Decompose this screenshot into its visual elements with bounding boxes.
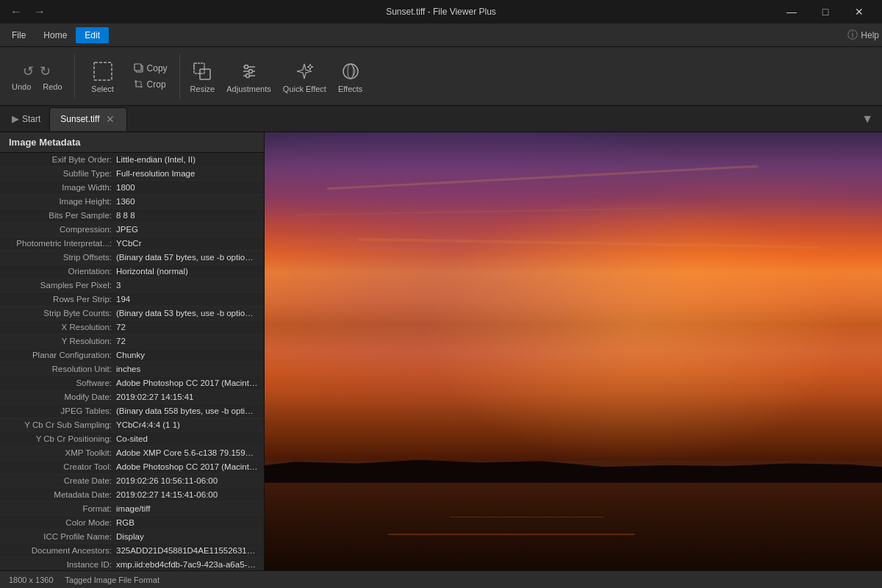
help-label: Help bbox=[861, 30, 879, 40]
crop-button[interactable]: Crop bbox=[128, 76, 173, 93]
meta-value: Adobe Photoshop CC 2017 (Macintosh) bbox=[116, 462, 258, 471]
metadata-row: Y Resolution:72 bbox=[0, 334, 264, 348]
divider-1 bbox=[74, 54, 75, 98]
quick-effect-label: Quick Effect bbox=[283, 85, 326, 93]
metadata-row: Rows Per Strip:194 bbox=[0, 293, 264, 306]
meta-key: X Resolution: bbox=[6, 323, 116, 331]
statusbar: 1800 x 1360 Tagged Image File Format bbox=[0, 570, 882, 588]
metadata-row: Planar Configuration:Chunky bbox=[0, 348, 264, 362]
meta-value: Co-sited bbox=[116, 434, 258, 443]
meta-value: RGB bbox=[116, 518, 258, 527]
undo-button[interactable]: ↺ bbox=[21, 62, 35, 81]
svg-rect-4 bbox=[200, 69, 210, 79]
svg-point-11 bbox=[245, 74, 249, 77]
forward-button[interactable]: → bbox=[29, 4, 50, 20]
metadata-row: Create Date:2019:02:26 10:56:11-06:00 bbox=[0, 474, 264, 488]
resize-group[interactable]: Resize bbox=[186, 50, 220, 103]
menu-file[interactable]: File bbox=[3, 27, 35, 43]
meta-key: Image Width: bbox=[6, 183, 116, 192]
metadata-content[interactable]: Exif Byte Order:Little-endian (Intel, II… bbox=[0, 153, 264, 570]
main-area: Image Metadata Exif Byte Order:Little-en… bbox=[0, 132, 882, 570]
adjustments-group[interactable]: Adjustments bbox=[222, 50, 276, 103]
menu-edit[interactable]: Edit bbox=[76, 27, 109, 43]
start-tab-label: Start bbox=[22, 114, 40, 124]
meta-value: Display bbox=[116, 532, 258, 541]
meta-key: ICC Profile Name: bbox=[6, 532, 116, 541]
undo-redo-group: ↺ ↻ Undo Redo bbox=[6, 59, 68, 94]
metadata-panel: Image Metadata Exif Byte Order:Little-en… bbox=[0, 132, 265, 570]
meta-value: JPEG bbox=[116, 225, 258, 234]
sunset-image bbox=[265, 132, 882, 570]
metadata-row: Y Cb Cr Positioning:Co-sited bbox=[0, 432, 264, 446]
metadata-row: X Resolution:72 bbox=[0, 320, 264, 334]
minimize-button[interactable]: — bbox=[775, 0, 808, 24]
metadata-row: Strip Offsets:(Binary data 57 bytes, use… bbox=[0, 251, 264, 265]
meta-value: xmp.iid:ebd4cfdb-7ac9-423a-a6a5-eea... bbox=[116, 560, 258, 569]
meta-key: Creator Tool: bbox=[6, 462, 116, 471]
metadata-row: Photometric Interpretat...:YCbCr bbox=[0, 237, 264, 251]
svg-point-7 bbox=[244, 65, 248, 68]
crop-label: Crop bbox=[147, 79, 166, 90]
metadata-row: Format:image/tiff bbox=[0, 502, 264, 516]
resize-icon bbox=[190, 60, 214, 83]
tab-file[interactable]: Sunset.tiff ✕ bbox=[49, 107, 126, 131]
metadata-row: Subfile Type:Full-resolution Image bbox=[0, 167, 264, 181]
metadata-row: Modify Date:2019:02:27 14:15:41 bbox=[0, 390, 264, 404]
meta-value: 1360 bbox=[116, 197, 258, 206]
image-area bbox=[265, 132, 882, 570]
menubar: File Home Edit ⓘ Help bbox=[0, 24, 882, 47]
tab-dropdown-button[interactable]: ▼ bbox=[856, 112, 879, 126]
select-group[interactable]: Select bbox=[81, 50, 125, 103]
copy-crop-group: Copy Crop bbox=[128, 50, 173, 103]
meta-value: 72 bbox=[116, 323, 258, 331]
quick-effect-group[interactable]: Quick Effect bbox=[279, 50, 331, 103]
meta-value: 325ADD21D45881D4AE115526315F8A86 bbox=[116, 546, 258, 555]
meta-key: Photometric Interpretat...: bbox=[6, 239, 116, 248]
meta-key: Modify Date: bbox=[6, 392, 116, 401]
meta-key: Metadata Date: bbox=[6, 490, 116, 499]
meta-value: 2019:02:27 14:15:41-06:00 bbox=[116, 490, 258, 499]
effects-group[interactable]: Effects bbox=[334, 50, 367, 103]
metadata-row: Y Cb Cr Sub Sampling:YCbCr4:4:4 (1 1) bbox=[0, 418, 264, 432]
metadata-row: Metadata Date:2019:02:27 14:15:41-06:00 bbox=[0, 488, 264, 502]
meta-key: Format: bbox=[6, 504, 116, 513]
svg-rect-0 bbox=[94, 62, 112, 80]
meta-value: 194 bbox=[116, 295, 258, 304]
meta-value: (Binary data 53 bytes, use -b option t..… bbox=[116, 309, 258, 318]
meta-value: Adobe XMP Core 5.6-c138 79.159824, ... bbox=[116, 448, 258, 457]
copy-button[interactable]: Copy bbox=[128, 60, 173, 76]
meta-value: Little-endian (Intel, II) bbox=[116, 155, 258, 164]
metadata-row: Software:Adobe Photoshop CC 2017 (Macint… bbox=[0, 376, 264, 390]
meta-value: YCbCr4:4:4 (1 1) bbox=[116, 420, 258, 429]
meta-value: (Binary data 558 bytes, use -b option t.… bbox=[116, 406, 258, 415]
metadata-row: Instance ID:xmp.iid:ebd4cfdb-7ac9-423a-a… bbox=[0, 558, 264, 570]
window-controls: — □ ✕ bbox=[775, 0, 876, 24]
metadata-row: Document Ancestors:325ADD21D45881D4AE115… bbox=[0, 544, 264, 558]
meta-value: Horizontal (normal) bbox=[116, 267, 258, 276]
menu-home[interactable]: Home bbox=[35, 27, 76, 43]
svg-rect-12 bbox=[343, 64, 358, 79]
metadata-row: Bits Per Sample:8 8 8 bbox=[0, 209, 264, 223]
select-icon bbox=[91, 60, 115, 83]
metadata-row: Compression:JPEG bbox=[0, 223, 264, 237]
effects-label: Effects bbox=[338, 85, 362, 93]
meta-value: Chunky bbox=[116, 351, 258, 359]
back-button[interactable]: ← bbox=[6, 4, 26, 20]
tabbar: ▶ Start Sunset.tiff ✕ ▼ bbox=[0, 106, 882, 132]
redo-button[interactable]: ↻ bbox=[38, 62, 52, 81]
meta-key: Compression: bbox=[6, 225, 116, 234]
maximize-button[interactable]: □ bbox=[808, 0, 842, 24]
meta-key: Bits Per Sample: bbox=[6, 211, 116, 220]
meta-value: Full-resolution Image bbox=[116, 169, 258, 178]
metadata-row: Strip Byte Counts:(Binary data 53 bytes,… bbox=[0, 306, 264, 320]
nav-arrows: ← → bbox=[6, 4, 50, 20]
resize-label: Resize bbox=[190, 85, 215, 93]
meta-key: JPEG Tables: bbox=[6, 406, 116, 415]
help-button[interactable]: ⓘ Help bbox=[847, 29, 879, 42]
close-button[interactable]: ✕ bbox=[842, 0, 876, 24]
metadata-header: Image Metadata bbox=[0, 132, 264, 153]
tab-close-button[interactable]: ✕ bbox=[104, 114, 116, 124]
tab-start[interactable]: ▶ Start bbox=[3, 107, 49, 131]
meta-key: Y Resolution: bbox=[6, 337, 116, 345]
meta-key: Instance ID: bbox=[6, 560, 116, 569]
